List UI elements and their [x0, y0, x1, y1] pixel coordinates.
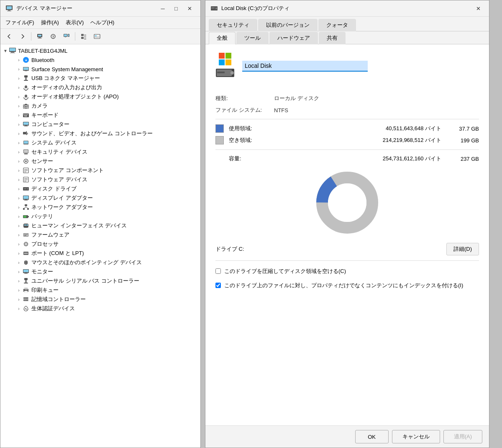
tree-item-softcomp[interactable]: › ソフトウェア コンポーネント	[0, 166, 200, 175]
tree-item-biometric[interactable]: › 生体認証デバイス	[0, 304, 200, 313]
tree-item-print[interactable]: › 印刷キュー	[0, 286, 200, 295]
tree-item-camera[interactable]: › カメラ	[0, 101, 200, 111]
svg-rect-136	[225, 59, 231, 65]
svg-line-83	[24, 207, 26, 208]
drive-icon-area	[215, 53, 236, 80]
svg-rect-35	[24, 80, 28, 81]
svg-rect-25	[10, 48, 15, 51]
tab-hardware[interactable]: ハードウェア	[269, 32, 318, 44]
tree-item-bluetooth[interactable]: › ⭒ Bluetooth	[0, 55, 200, 64]
tree-item-keyboard[interactable]: ›	[0, 111, 200, 120]
tree-item-system[interactable]: › システム デバイス	[0, 138, 200, 147]
tree-item-diskdrive[interactable]: › ディスク ドライブ	[0, 184, 200, 193]
tree-item-processor[interactable]: ›	[0, 239, 200, 249]
bluetooth-label: Bluetooth	[31, 57, 54, 63]
svg-rect-54	[25, 126, 27, 126]
svg-rect-37	[26, 90, 26, 91]
tree-item-softdev[interactable]: › ソフトウェア デバイス	[0, 175, 200, 184]
details-button[interactable]: 詳細(D)	[446, 243, 479, 255]
tree-item-storage[interactable]: › 記憶域コント	[0, 295, 200, 304]
tab-tools[interactable]: ツール	[236, 32, 269, 44]
close-button[interactable]: ✕	[184, 4, 195, 13]
menubar: ファイル(F) 操作(A) 表示(V) ヘルプ(H)	[0, 17, 200, 29]
titlebar-controls: ─ □ ✕	[157, 4, 195, 13]
toolbar-btn-5[interactable]	[91, 31, 103, 42]
tree-item-hid[interactable]: › ヒューマン インターフェイス デバイス	[0, 221, 200, 230]
svg-point-143	[328, 183, 366, 222]
svg-rect-38	[25, 95, 27, 98]
expand-icon: ›	[15, 103, 22, 109]
expand-icon: ›	[15, 167, 22, 174]
tree-item-monitor[interactable]: › モニター	[0, 267, 200, 276]
toolbar-btn-4[interactable]	[77, 31, 90, 42]
compress-checkbox[interactable]	[215, 268, 221, 274]
toolbar-btn-3[interactable]	[60, 31, 73, 42]
tree-item-firmware[interactable]: › ファームウェア	[0, 230, 200, 239]
tree-item-surface[interactable]: › Surface System Management	[0, 64, 200, 74]
tab-sharing[interactable]: 共有	[319, 32, 346, 44]
tree-item-usb2[interactable]: › ユニバーサル シリアル バス コントローラー	[0, 276, 200, 286]
menu-action[interactable]: 操作(A)	[38, 18, 62, 28]
back-button[interactable]	[3, 31, 15, 42]
expand-icon: ›	[15, 241, 22, 247]
tree-item-network[interactable]: › ネットワーク	[0, 203, 200, 212]
svg-rect-70	[24, 180, 28, 180]
device-tree[interactable]: ▼ TABLET-EB1G4JML	[0, 44, 200, 448]
drive-info-row: ドライブ C: 詳細(D)	[215, 243, 479, 255]
menu-help[interactable]: ヘルプ(H)	[87, 18, 118, 28]
used-label: 使用領域:	[229, 125, 271, 132]
svg-rect-23	[95, 37, 99, 37]
svg-rect-44	[23, 114, 24, 115]
expand-icon: ›	[15, 195, 22, 201]
expand-icon: ›	[15, 149, 22, 155]
svg-rect-115	[24, 273, 28, 274]
svg-rect-100	[28, 245, 28, 245]
menu-file[interactable]: ファイル(F)	[2, 18, 38, 28]
ok-button[interactable]: OK	[355, 430, 389, 443]
cancel-button[interactable]: キャンセル	[392, 430, 440, 443]
forward-button[interactable]	[16, 31, 29, 42]
storage-label: 記憶域コントローラー	[31, 296, 86, 303]
storage-icon	[22, 296, 30, 303]
tree-item-mouse[interactable]: › マウスとそのほかのポインティング デバイス	[0, 258, 200, 267]
apply-button[interactable]: 適用(A)	[443, 430, 482, 443]
menu-view[interactable]: 表示(V)	[62, 18, 87, 28]
minimize-button[interactable]: ─	[157, 4, 169, 13]
device-manager-title: デバイス マネージャー	[16, 5, 72, 12]
tree-item-sensor[interactable]: › センサー	[0, 157, 200, 166]
toolbar-btn-2[interactable]: ?	[47, 31, 59, 42]
security-icon	[22, 148, 30, 156]
tree-item-usb[interactable]: › USB コネクタ マネージャー	[0, 74, 200, 83]
svg-rect-16	[81, 37, 84, 39]
tab-quota[interactable]: クォータ	[318, 19, 356, 31]
svg-rect-36	[25, 85, 27, 88]
svg-rect-1	[7, 6, 12, 9]
compress-label[interactable]: このドライブを圧縮してディスク領域を空ける(C)	[224, 268, 346, 275]
display-label: ディスプレイ アダプター	[31, 194, 93, 202]
tree-item-audio1[interactable]: › オーディオの入力および出力	[0, 83, 200, 92]
index-checkbox[interactable]	[215, 283, 221, 288]
drive-name-area[interactable]	[242, 61, 479, 72]
tree-item-computer[interactable]: › コンピューター	[0, 120, 200, 129]
toolbar-btn-1[interactable]	[33, 31, 46, 42]
tree-item-port[interactable]: › ポート (COM と LPT)	[0, 249, 200, 258]
tab-previous-versions[interactable]: 以前のバージョン	[258, 19, 318, 31]
drive-name-field[interactable]	[242, 61, 368, 72]
svg-rect-132	[211, 8, 215, 8]
tree-item-display[interactable]: › ディスプレイ アダプター	[0, 193, 200, 203]
svg-rect-74	[24, 188, 26, 189]
tree-item-battery[interactable]: › バッテリ	[0, 212, 200, 221]
print-label: 印刷キュー	[31, 286, 59, 294]
tree-root-node[interactable]: ▼ TABLET-EB1G4JML	[0, 46, 200, 55]
maximize-button[interactable]: □	[170, 4, 182, 13]
tree-item-sound[interactable]: › サウンド、ビデオ、およびゲーム コントローラー	[0, 129, 200, 138]
tree-item-apo[interactable]: › オーディオ処理オブジェクト (APO)	[0, 92, 200, 101]
tab-security[interactable]: セキュリティ	[209, 19, 257, 31]
index-label[interactable]: このドライブ上のファイルに対し、プロパティだけでなくコンテンツにもインデックスを…	[224, 282, 463, 289]
prop-footer: OK キャンセル 適用(A)	[205, 425, 489, 448]
type-value: ローカル ディスク	[274, 95, 319, 102]
svg-rect-114	[25, 273, 27, 273]
tab-general[interactable]: 全般	[209, 32, 236, 44]
properties-close-button[interactable]: ✕	[472, 4, 484, 13]
tree-item-security[interactable]: › セキュリティ デバイス	[0, 147, 200, 157]
